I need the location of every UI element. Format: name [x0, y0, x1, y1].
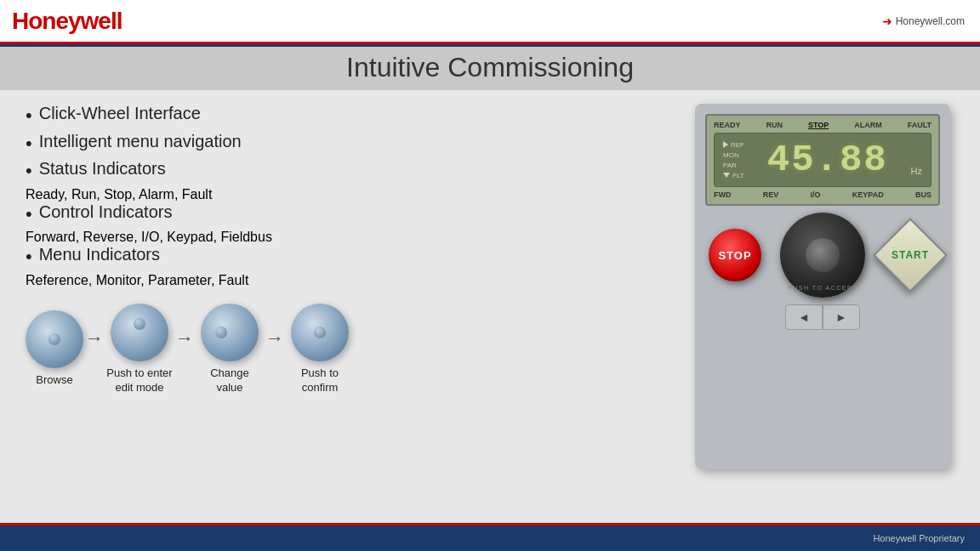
wheel-step-browse: Browse [26, 310, 83, 388]
header: Honeywell ➜ Honeywell.com [0, 0, 980, 44]
wheel-label-change: Change value [196, 366, 264, 395]
wheel-dot-enter [134, 318, 145, 330]
wheel-label-confirm: Push to confirm [286, 366, 354, 395]
status-ready: READY [714, 121, 741, 129]
wheel-ball-confirm [291, 304, 349, 361]
list-item-2: Intelligent menu navigation [26, 132, 665, 156]
lcd-mon: MON [723, 151, 744, 159]
header-link: ➜ Honeywell.com [882, 14, 965, 28]
list-item-3-text: Status Indicators [39, 159, 166, 179]
sub-item-menu-text: Reference, Monitor, Parameter, Fault [26, 273, 248, 287]
sub-item-status: Ready, Run, Stop, Alarm, Fault [26, 187, 665, 202]
status-keypad: KEYPAD [852, 190, 884, 199]
page-title: Intuitive Commissioning [346, 52, 634, 83]
nav-forward-button[interactable]: ► [823, 304, 860, 330]
lcd-left-labels: REF MON PAR FLT [723, 141, 744, 179]
lcd-number: 45.88 [767, 139, 888, 181]
status-stop: STOP [808, 121, 829, 129]
stop-button[interactable]: STOP [709, 229, 761, 281]
tri-down-icon [723, 173, 730, 178]
sub-item-control: Forward, Reverse, I/O, Keypad, Fieldbus [26, 230, 665, 245]
arrow-1: → [85, 327, 104, 372]
list-item-4: Control Indicators [26, 202, 665, 227]
sub-item-menu: Reference, Monitor, Parameter, Fault [26, 273, 665, 288]
right-panel: READY RUN STOP ALARM FAULT REF MON [691, 104, 954, 490]
control-row: STOP PUSH TO ACCEPT START [705, 213, 940, 298]
status-run: RUN [766, 121, 783, 129]
list-item-5-text: Menu Indicators [39, 245, 160, 264]
main-content: Click-Wheel Interface Intelligent menu n… [0, 90, 980, 498]
wheel-center[interactable] [806, 238, 840, 272]
bullet-list-3: Menu Indicators [26, 245, 665, 273]
sub-item-control-text: Forward, Reverse, I/O, Keypad, Fieldbus [26, 230, 272, 244]
wheel-ball-enter [111, 304, 168, 361]
wheel-dot-confirm [314, 327, 326, 338]
wheel-diagram-row: Browse → Push to enter edit mode → [26, 304, 665, 395]
status-fault: FAULT [908, 121, 932, 129]
push-accept-text: PUSH TO ACCEPT [788, 285, 858, 291]
bullet-list: Click-Wheel Interface Intelligent menu n… [26, 104, 665, 187]
device: READY RUN STOP ALARM FAULT REF MON [695, 104, 950, 469]
status-io: I/O [811, 190, 821, 199]
wheel-step-confirm: Push to confirm [286, 304, 354, 395]
footer-text: Honeywell Proprietary [873, 533, 965, 543]
status-row-top: READY RUN STOP ALARM FAULT [714, 121, 932, 129]
lcd-unit: Hz [911, 166, 922, 181]
arrow-2: → [175, 327, 194, 372]
click-wheel-device[interactable]: PUSH TO ACCEPT [780, 213, 865, 298]
arrow-icon-3: → [265, 327, 284, 349]
lcd-ref: REF [723, 141, 744, 149]
wheel-label-browse: Browse [36, 373, 72, 388]
status-rev: REV [763, 190, 779, 199]
list-item-3: Status Indicators [26, 159, 665, 184]
nav-row: ◄ ► [705, 304, 940, 330]
wheel-ball-browse [26, 310, 83, 368]
arrow-icon-1: → [85, 327, 104, 349]
status-alarm: ALARM [854, 121, 882, 129]
lcd-display: REF MON PAR FLT 45.88 [714, 133, 932, 187]
arrow-icon-2: → [175, 327, 194, 349]
lcd-panel: READY RUN STOP ALARM FAULT REF MON [705, 114, 940, 206]
list-item-2-text: Intelligent menu navigation [39, 132, 242, 151]
wheel-step-enter: Push to enter edit mode [105, 304, 174, 395]
wheel-dot-change [215, 327, 227, 338]
wheel-step-change: Change value [196, 304, 264, 395]
tri-right-icon [723, 141, 728, 148]
lcd-par: PAR [723, 162, 744, 169]
list-item-5: Menu Indicators [26, 245, 665, 270]
sub-item-status-text: Ready, Run, Stop, Alarm, Fault [26, 187, 212, 202]
status-fwd: FWD [714, 190, 732, 199]
status-row-bottom: FWD REV I/O KEYPAD BUS [714, 190, 932, 199]
wheel-label-enter: Push to enter edit mode [105, 366, 174, 395]
wheel-ball-change [201, 304, 259, 361]
logo-area: Honeywell [12, 8, 122, 35]
list-item-4-text: Control Indicators [39, 202, 173, 222]
header-link-text: Honeywell.com [896, 15, 965, 27]
list-item-1: Click-Wheel Interface [26, 104, 665, 128]
nav-back-button[interactable]: ◄ [785, 304, 823, 330]
bullet-list-2: Control Indicators [26, 202, 665, 230]
footer: Honeywell Proprietary [0, 525, 980, 551]
start-button[interactable]: START [873, 218, 948, 293]
wheel-dot-browse [48, 333, 60, 345]
lcd-flt: FLT [723, 172, 744, 179]
title-bar: Intuitive Commissioning [0, 44, 980, 90]
status-bus: BUS [915, 190, 932, 199]
list-item-1-text: Click-Wheel Interface [39, 104, 201, 123]
start-button-label: START [892, 249, 929, 261]
arrow-icon: ➜ [882, 14, 892, 28]
arrow-3: → [265, 327, 284, 372]
left-panel: Click-Wheel Interface Intelligent menu n… [26, 104, 665, 490]
logo-text: Honeywell [12, 8, 122, 34]
